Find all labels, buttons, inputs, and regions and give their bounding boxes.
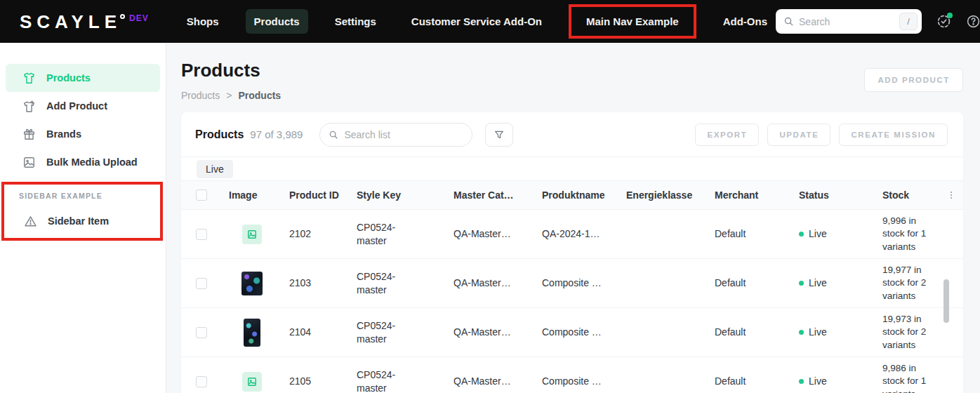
table-row[interactable]: 2104 CP0524-master QA-Master… Composite … [181,308,963,357]
sidebar-item-products[interactable]: Products [6,64,160,92]
column-header-master-category: Master Cat… [446,189,535,202]
cell-produktname: Composite … [535,375,619,388]
cell-product-id: 2102 [282,227,350,241]
status-live-dot-icon [799,330,804,335]
cell-stock: 9,986 in stock for 1 variants [875,362,941,393]
cell-stock: 19,973 in stock for 2 variants [875,313,941,352]
list-title: Products [195,128,244,141]
scayle-logo-ring-icon [120,14,125,19]
row-checkbox[interactable] [196,229,207,240]
cell-status: Live [790,227,875,241]
warning-triangle-icon [24,215,37,228]
column-header-stock: Stock [875,189,941,202]
image-placeholder-icon [247,377,257,387]
search-icon [783,16,794,27]
system-status-icon[interactable] [936,14,951,29]
cell-status: Live [790,277,875,290]
cell-master-category: QA-Master… [446,375,535,388]
scayle-logo[interactable]: SCAYLE DEV [20,13,149,31]
cell-style-key: CP0524-master [350,368,446,393]
cell-master-category: QA-Master… [446,277,535,290]
sidebar-item-label: Add Product [46,100,107,112]
sidebar-item-label: Bulk Media Upload [46,156,138,168]
product-thumbnail [242,225,262,244]
update-button[interactable]: UPDATE [767,124,830,146]
table-header-row: Image Product ID Style Key Master Cat… P… [181,180,963,210]
sidebar-item-example[interactable]: Sidebar Item [7,207,157,235]
cell-stock: 9,996 in stock for 1 variants [875,215,941,253]
create-mission-button[interactable]: CREATE MISSION [839,124,948,146]
cell-merchant: Default [708,326,790,339]
search-icon [329,130,338,140]
cell-merchant: Default [708,375,790,388]
cell-status: Live [790,326,875,339]
table-row[interactable]: 2102 CP0524-master QA-Master… QA-2024-1…… [181,210,963,259]
cell-product-id: 2103 [282,277,350,290]
list-tabs: Live [181,157,963,180]
tab-live[interactable]: Live [197,160,233,178]
image-placeholder-icon [247,229,257,239]
gift-icon [22,128,36,141]
sidebar-item-label: Sidebar Item [48,215,109,227]
sidebar-item-label: Products [46,72,91,84]
column-header-merchant: Merchant [708,189,790,202]
status-label: Live [809,326,827,339]
nav-item-products[interactable]: Products [246,9,308,34]
breadcrumb-root[interactable]: Products [181,90,220,101]
status-label: Live [809,227,827,241]
global-search-input[interactable] [799,16,899,27]
column-header-image: Image [222,189,282,202]
product-thumbnail [241,272,263,295]
export-button[interactable]: EXPORT [695,124,759,146]
list-count: 97 of 3,989 [250,128,303,140]
tshirt-plus-icon [22,100,36,113]
cell-merchant: Default [708,227,790,241]
table-row[interactable]: 2105 CP0524-master QA-Master… Composite … [181,357,963,393]
nav-item-shops[interactable]: Shops [178,9,227,34]
cell-stock: 19,977 in stock for 2 variants [875,264,941,302]
top-navigation-bar: SCAYLE DEV Shops Products Settings Custo… [0,0,980,43]
annotation-box-sidebar-example: SIDEBAR EXAMPLE Sidebar Item [1,182,163,241]
cell-product-id: 2105 [282,375,350,388]
column-settings-button[interactable] [946,189,956,201]
sidebar-item-brands[interactable]: Brands [6,120,160,148]
image-icon [22,156,36,169]
cell-master-category: QA-Master… [446,227,535,241]
nav-item-add-ons[interactable]: Add-Ons [715,9,776,34]
sidebar-item-add-product[interactable]: Add Product [6,92,160,120]
topbar-right-controls: / [776,9,980,34]
nav-item-main-nav-example[interactable]: Main Nav Example [578,9,687,34]
cell-status: Live [790,375,875,388]
row-checkbox[interactable] [196,278,207,289]
cell-style-key: CP0524-master [350,221,446,248]
tshirt-icon [22,72,36,85]
sidebar-item-bulk-media-upload[interactable]: Bulk Media Upload [6,148,160,176]
list-search[interactable] [319,123,472,147]
sidebar: Products Add Product Brands Bulk Media U… [0,43,166,393]
annotation-box-main-nav-example: Main Nav Example [569,4,696,39]
table-row[interactable]: 2103 CP0524-master QA-Master… Composite … [181,259,963,308]
select-all-checkbox[interactable] [196,189,207,201]
row-checkbox[interactable] [196,376,207,387]
column-header-status: Status [790,189,875,202]
table-scrollbar[interactable] [943,279,949,323]
cell-produktname: Composite … [535,277,619,290]
cell-style-key: CP0524-master [350,270,446,297]
page-title: Products [181,60,281,81]
global-search[interactable]: / [776,9,922,34]
status-live-dot-icon [799,281,804,286]
search-shortcut-key: / [899,13,918,30]
breadcrumb: Products > Products [181,90,281,101]
cell-style-key: CP0524-master [350,319,446,346]
add-product-button[interactable]: ADD PRODUCT [864,68,963,92]
scayle-logo-text: SCAYLE [20,13,121,31]
nav-item-customer-service-add-on[interactable]: Customer Service Add-On [403,9,550,34]
nav-item-settings[interactable]: Settings [326,9,385,34]
row-checkbox[interactable] [196,327,207,338]
product-thumbnail [244,319,260,347]
list-search-input[interactable] [344,129,463,140]
status-label: Live [809,277,827,290]
help-icon[interactable] [966,14,980,29]
filter-button[interactable] [485,123,513,147]
column-header-produktname: Produktname [535,189,619,202]
